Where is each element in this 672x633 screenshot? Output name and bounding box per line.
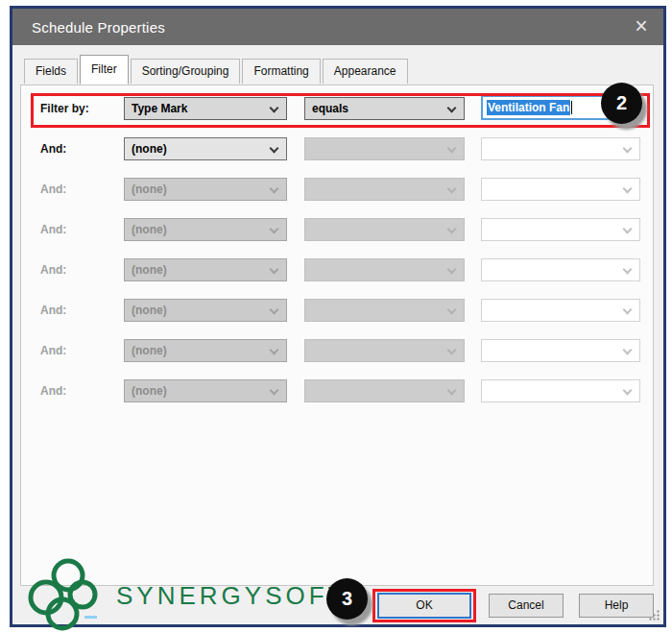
and-label: And:	[40, 384, 117, 398]
chevron-down-icon	[623, 184, 633, 194]
and4-field-dropdown: (none)	[124, 258, 287, 281]
tab-formatting[interactable]: Formatting	[242, 59, 320, 84]
chevron-down-icon	[447, 386, 457, 396]
chevron-down-icon	[623, 265, 633, 275]
filter-tab-page: Filter by: Type Mark equals Ventilation …	[20, 85, 654, 586]
chevron-down-icon	[270, 144, 279, 154]
and-label: And:	[40, 223, 117, 236]
and3-value-dropdown	[481, 218, 640, 241]
and1-value-dropdown	[481, 137, 640, 160]
chevron-down-icon	[270, 386, 279, 396]
resize-grip-icon[interactable]	[648, 609, 660, 621]
and2-field-dropdown: (none)	[124, 178, 287, 201]
synergysoft-logo-icon	[22, 556, 118, 631]
and4-operator-dropdown	[304, 258, 465, 281]
chevron-down-icon	[270, 104, 279, 113]
filter-field-dropdown[interactable]: Type Mark	[124, 97, 287, 120]
and3-operator-dropdown	[304, 218, 465, 241]
tab-fields[interactable]: Fields	[24, 59, 78, 84]
cancel-button[interactable]: Cancel	[489, 594, 564, 618]
tab-filter[interactable]: Filter	[80, 55, 129, 85]
and5-operator-dropdown	[304, 299, 465, 322]
and1-field-dropdown[interactable]: (none)	[124, 137, 287, 160]
step-badge-3: 3	[326, 578, 368, 620]
and2-field-value: (none)	[132, 183, 167, 196]
and5-field-dropdown: (none)	[124, 299, 287, 322]
chevron-down-icon	[447, 305, 457, 315]
close-icon[interactable]: ×	[627, 12, 656, 41]
and4-field-value: (none)	[132, 263, 167, 277]
and7-operator-dropdown	[304, 379, 465, 402]
title-bar: Schedule Properties	[12, 9, 663, 45]
tab-sorting-grouping[interactable]: Sorting/Grouping	[131, 59, 241, 84]
chevron-down-icon	[270, 184, 279, 194]
and2-operator-dropdown	[304, 178, 465, 201]
chevron-down-icon	[447, 104, 457, 113]
and5-field-value: (none)	[132, 304, 167, 317]
and-label: And:	[40, 344, 117, 357]
and-label: And:	[40, 183, 117, 196]
and3-field-value: (none)	[132, 223, 167, 236]
and6-field-dropdown: (none)	[124, 339, 287, 362]
chevron-down-icon	[270, 225, 279, 234]
filter-field-value: Type Mark	[132, 102, 187, 115]
tab-strip: Fields Filter Sorting/Grouping Formattin…	[24, 55, 410, 84]
and2-value-dropdown	[481, 178, 640, 201]
chevron-down-icon	[270, 346, 279, 355]
chevron-down-icon	[447, 265, 457, 275]
chevron-down-icon	[623, 225, 633, 234]
filter-operator-value: equals	[312, 102, 348, 115]
selected-text: Ventilation Fan	[487, 100, 570, 115]
and3-field-dropdown: (none)	[124, 218, 287, 241]
chevron-down-icon	[447, 184, 457, 194]
and7-field-value: (none)	[132, 384, 167, 398]
and7-field-dropdown: (none)	[124, 379, 287, 402]
chevron-down-icon	[270, 305, 279, 315]
chevron-down-icon	[447, 144, 457, 154]
filter-operator-dropdown[interactable]: equals	[304, 97, 465, 120]
chevron-down-icon	[623, 144, 633, 154]
and6-operator-dropdown	[304, 339, 465, 362]
chevron-down-icon	[623, 305, 633, 315]
step-badge-2: 2	[601, 83, 642, 124]
and5-value-dropdown	[481, 299, 640, 322]
chevron-down-icon	[270, 265, 279, 275]
and6-field-value: (none)	[132, 344, 167, 357]
and-label: And:	[40, 304, 117, 317]
tab-appearance[interactable]: Appearance	[323, 59, 408, 84]
filter-by-label: Filter by:	[40, 102, 117, 115]
chevron-down-icon	[447, 225, 457, 234]
and-label: And:	[40, 142, 117, 156]
brand-name: SYNERGYSOFT	[116, 581, 347, 611]
and1-field-value: (none)	[132, 142, 167, 156]
chevron-down-icon	[623, 386, 633, 396]
and6-value-dropdown	[481, 339, 640, 362]
help-button[interactable]: Help	[579, 594, 654, 618]
ok-button[interactable]: OK	[377, 593, 471, 619]
and-label: And:	[40, 263, 117, 277]
link-fragment	[84, 616, 97, 619]
chevron-down-icon	[447, 346, 457, 355]
and7-value-dropdown	[481, 379, 640, 402]
and4-value-dropdown	[481, 258, 640, 281]
chevron-down-icon	[623, 346, 633, 355]
schedule-properties-dialog: Schedule Properties × Fields Filter Sort…	[10, 6, 666, 627]
text-caret	[571, 101, 572, 114]
and1-operator-dropdown	[304, 137, 465, 160]
dialog-title: Schedule Properties	[12, 19, 165, 36]
